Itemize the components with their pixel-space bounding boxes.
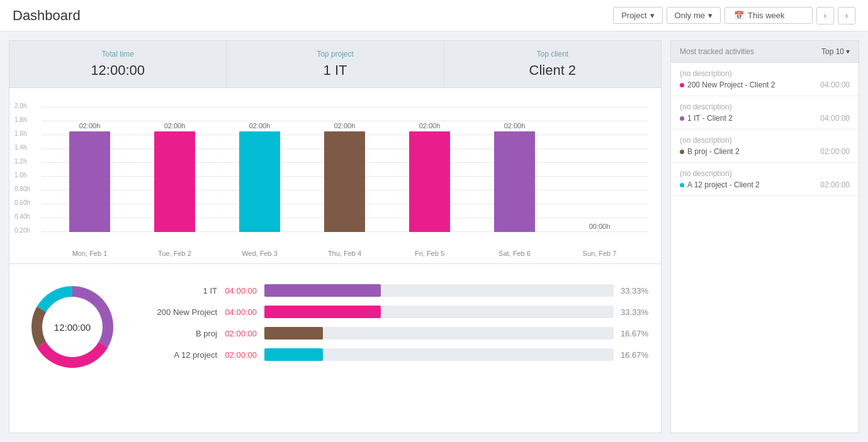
grid-label: 1.8h — [14, 116, 26, 123]
legend-bar-fill — [264, 348, 323, 361]
header: Dashboard Project ▾ Only me ▾ 📅 This wee… — [0, 0, 868, 31]
legend-project-name: A 12 project — [142, 350, 223, 360]
only-me-dropdown[interactable]: Only me ▾ — [667, 7, 721, 24]
activity-item: (no description)A 12 project - Client 20… — [671, 163, 859, 196]
activities-list: (no description)200 New Project - Client… — [671, 63, 859, 196]
legend-pct: 33.33% — [620, 307, 648, 317]
legend-row: B proj02:00:0016.67% — [142, 327, 648, 340]
chevron-down-icon: ▾ — [708, 11, 713, 20]
activity-project-left: 200 New Project - Client 2 — [680, 80, 775, 89]
activity-item: (no description)200 New Project - Client… — [671, 63, 859, 96]
activity-time: 04:00:00 — [820, 80, 850, 89]
bar-label-top: 02:00h — [79, 122, 101, 130]
total-time-label: Total time — [22, 50, 213, 58]
day-label: Sat, Feb 6 — [472, 250, 557, 257]
stats-row: Total time 12:00:00 Top project 1 IT Top… — [9, 41, 661, 88]
legend-bar-fill — [264, 327, 323, 340]
activity-project-row: 200 New Project - Client 204:00:00 — [680, 80, 850, 89]
top-client-value: Client 2 — [457, 62, 648, 79]
activity-project-row: B proj - Client 202:00:00 — [680, 147, 850, 156]
header-controls: Project ▾ Only me ▾ 📅 This week ‹ › — [613, 7, 855, 25]
legend-pct: 16.67% — [620, 350, 648, 360]
activity-color-dot — [680, 150, 684, 154]
bar — [154, 131, 195, 232]
legend-pct: 16.67% — [620, 329, 648, 338]
legend-project-time: 04:00:00 — [223, 286, 264, 296]
right-panel: Most tracked activities Top 10 ▾ (no des… — [670, 40, 859, 433]
legend-bar-bg — [264, 348, 614, 361]
project-dropdown[interactable]: Project ▾ — [613, 7, 662, 24]
grid-label: 0.20h — [14, 227, 30, 234]
legend-row: 200 New Project04:00:0033.33% — [142, 306, 648, 318]
bar-chart: 2.0h1.8h1.6h1.4h1.2h1.0h0.80h0.60h0.40h0… — [9, 88, 661, 264]
legend-table: 1 IT04:00:0033.33%200 New Project04:00:0… — [142, 284, 648, 370]
activity-project-name: 1 IT - Client 2 — [687, 114, 733, 123]
calendar-icon: 📅 — [734, 11, 744, 20]
grid-label: 2.0h — [14, 102, 26, 109]
day-label: Tue, Feb 2 — [132, 250, 217, 257]
bar — [324, 131, 365, 232]
top10-button[interactable]: Top 10 ▾ — [821, 47, 850, 56]
bar-label-top: 02:00h — [249, 122, 271, 130]
activity-project-name: 200 New Project - Client 2 — [687, 80, 775, 89]
activity-project-row: A 12 project - Client 202:00:00 — [680, 180, 850, 189]
grid-label: 0.80h — [14, 185, 30, 192]
bar-label-top: 00:00h — [589, 223, 611, 230]
main-layout: Total time 12:00:00 Top project 1 IT Top… — [0, 31, 868, 442]
bar-group: 02:00h — [387, 122, 472, 232]
total-time-cell: Total time 12:00:00 — [9, 41, 227, 87]
right-panel-header: Most tracked activities Top 10 ▾ — [671, 41, 859, 63]
grid-label: 1.2h — [14, 158, 26, 165]
next-week-button[interactable]: › — [838, 7, 855, 25]
activity-no-desc: (no description) — [680, 69, 850, 78]
legend-project-name: B proj — [142, 329, 223, 338]
legend-bar-bg — [264, 327, 614, 340]
activity-time: 04:00:00 — [820, 114, 850, 123]
activity-project-name: A 12 project - Client 2 — [687, 180, 760, 189]
legend-row: 1 IT04:00:0033.33% — [142, 284, 648, 297]
day-label: Wed, Feb 3 — [217, 250, 302, 257]
top-client-cell: Top client Client 2 — [444, 41, 661, 87]
day-label: Thu, Feb 4 — [302, 250, 387, 257]
activity-no-desc: (no description) — [680, 169, 850, 178]
bar — [494, 131, 535, 232]
prev-week-button[interactable]: ‹ — [816, 7, 834, 25]
bar-label-top: 02:00h — [504, 122, 526, 130]
legend-project-time: 02:00:00 — [223, 329, 264, 338]
legend-bar-fill — [264, 284, 381, 297]
day-label: Mon, Feb 1 — [47, 250, 132, 257]
grid-label: 1.0h — [14, 172, 26, 179]
total-time-value: 12:00:00 — [22, 62, 213, 79]
activity-color-dot — [680, 183, 684, 187]
activity-no-desc: (no description) — [680, 136, 850, 145]
donut-chart: 12:00:00 — [22, 277, 123, 377]
top-project-cell: Top project 1 IT — [227, 41, 444, 87]
activity-color-dot — [680, 116, 684, 121]
bar — [239, 131, 280, 232]
day-label: Fri, Feb 5 — [387, 250, 472, 257]
legend-bar-fill — [264, 306, 381, 318]
bar-label-top: 02:00h — [164, 122, 186, 130]
grid-label: 1.4h — [14, 144, 26, 151]
bar-group: 02:00h — [472, 122, 557, 232]
chevron-down-icon: ▾ — [846, 47, 850, 56]
activity-item: (no description)B proj - Client 202:00:0… — [671, 130, 859, 163]
bar — [69, 131, 110, 232]
activity-item: (no description)1 IT - Client 204:00:00 — [671, 96, 859, 130]
activity-color-dot — [680, 83, 684, 87]
top-project-label: Top project — [239, 50, 431, 58]
chevron-down-icon: ▾ — [650, 11, 655, 20]
this-week-button[interactable]: 📅 This week — [724, 7, 813, 24]
donut-total: 12:00:00 — [54, 322, 91, 333]
page-title: Dashboard — [13, 8, 81, 24]
right-panel-title: Most tracked activities — [680, 47, 754, 56]
bar-label-top: 02:00h — [334, 122, 356, 130]
bar-group: 02:00h — [47, 122, 132, 232]
activity-project-left: B proj - Client 2 — [680, 147, 740, 156]
activity-time: 02:00:00 — [820, 180, 850, 189]
legend-pct: 33.33% — [620, 286, 648, 296]
top-project-value: 1 IT — [239, 62, 431, 79]
grid-label: 1.6h — [14, 130, 26, 137]
activity-project-left: A 12 project - Client 2 — [680, 180, 760, 189]
bar-group: 02:00h — [302, 122, 387, 232]
